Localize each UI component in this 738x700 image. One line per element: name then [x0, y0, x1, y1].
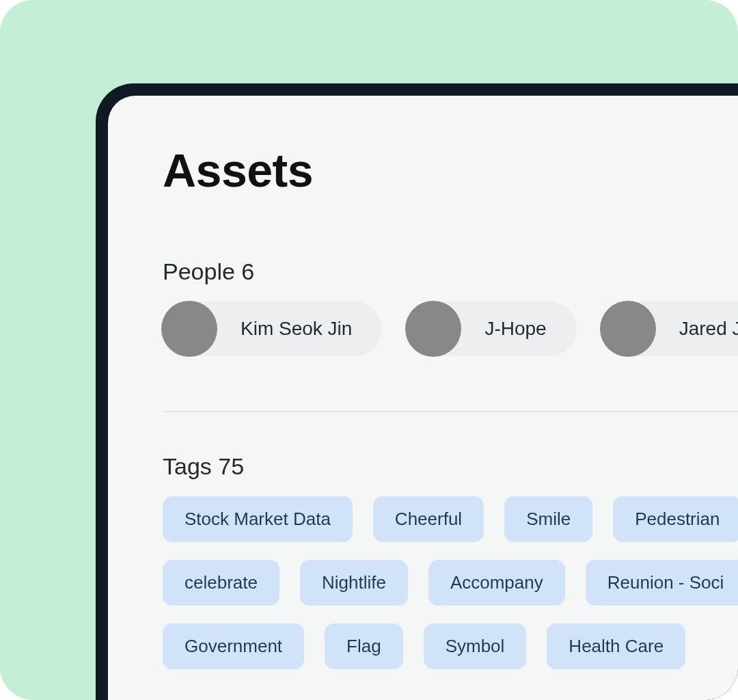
- person-chip[interactable]: J-Hope: [407, 301, 576, 356]
- tag-chip[interactable]: Reunion - Soci: [586, 560, 738, 606]
- avatar: [405, 301, 461, 357]
- avatar: [600, 301, 656, 357]
- people-count: 6: [241, 258, 254, 284]
- person-chip[interactable]: Jared Joseph: [601, 301, 738, 356]
- tag-chip[interactable]: Pedestrian: [613, 496, 738, 542]
- tags-count: 75: [218, 453, 244, 479]
- tag-chip[interactable]: Stock Market Data: [163, 496, 353, 542]
- tag-chip[interactable]: Nightlife: [300, 560, 408, 606]
- tag-chip[interactable]: celebrate: [163, 560, 279, 606]
- page-title: Assets: [163, 144, 738, 197]
- tag-chip[interactable]: Health Care: [547, 623, 685, 669]
- tag-chip[interactable]: Government: [163, 623, 304, 669]
- tag-chip[interactable]: Flag: [325, 623, 403, 669]
- tag-chip[interactable]: Smile: [504, 496, 592, 542]
- person-name: Jared Joseph: [679, 318, 738, 340]
- people-row: Kim Seok Jin J-Hope Jared Joseph: [163, 301, 738, 356]
- screen: Assets People 6 Kim Seok Jin J-Hope Jare…: [108, 96, 738, 700]
- tags-wrap: Stock Market Data Cheerful Smile Pedestr…: [163, 496, 738, 669]
- tag-chip[interactable]: Accompany: [428, 560, 565, 606]
- divider: [163, 411, 738, 412]
- backdrop: Assets People 6 Kim Seok Jin J-Hope Jare…: [0, 0, 738, 700]
- person-chip[interactable]: Kim Seok Jin: [163, 301, 382, 356]
- tags-label: Tags: [163, 453, 212, 479]
- tags-header: Tags 75: [163, 453, 738, 480]
- device-frame: Assets People 6 Kim Seok Jin J-Hope Jare…: [96, 83, 738, 700]
- people-label: People: [163, 258, 235, 284]
- people-header: People 6: [163, 258, 738, 285]
- tag-chip[interactable]: Cheerful: [373, 496, 484, 542]
- tag-chip[interactable]: Symbol: [424, 623, 527, 669]
- avatar: [161, 301, 217, 357]
- person-name: Kim Seok Jin: [241, 318, 352, 340]
- person-name: J-Hope: [484, 318, 546, 340]
